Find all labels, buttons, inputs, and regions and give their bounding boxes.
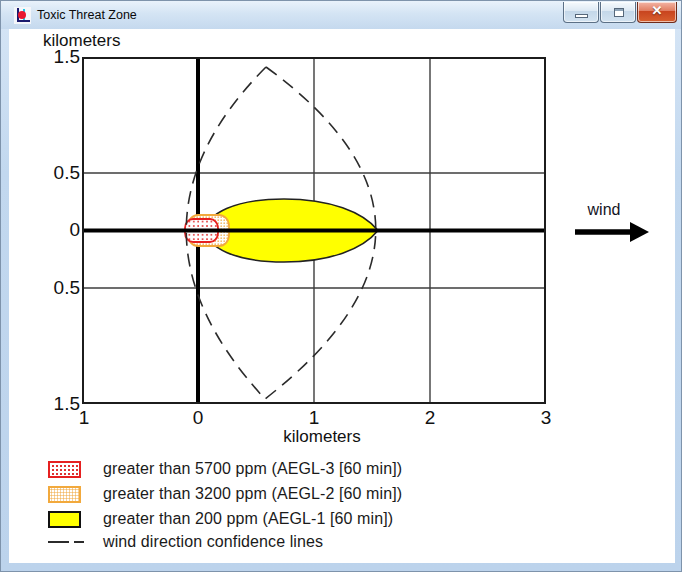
threat-zone-plot [82,57,546,404]
window-minimize-icon [575,14,588,18]
toxic-threat-zone-window: Toxic Threat Zone ✕ kilometers [0,0,682,572]
x-tick-1: 1 [294,407,334,429]
legend-label: greater than 200 ppm (AEGL-1 [60 min]) [103,510,393,528]
legend-label: greater than 3200 ppm (AEGL-2 [60 min]) [103,485,402,503]
legend-item-aegl3: greater than 5700 ppm (AEGL-3 [60 min]) [48,457,402,481]
plot-canvas: kilometers [9,29,675,563]
x-tick-3: 3 [526,407,566,429]
legend-item-confidence-lines: wind direction confidence lines [48,530,323,554]
wind-arrow-icon [573,220,653,244]
dashed-line-swatch [48,534,94,551]
window-maximize-icon [614,8,624,17]
titlebar[interactable]: Toxic Threat Zone ✕ [1,1,681,29]
window-close-icon: ✕ [638,3,676,18]
legend-label: greater than 5700 ppm (AEGL-3 [60 min]) [103,460,402,478]
x-tick-2: 2 [410,407,450,429]
legend-label: wind direction confidence lines [103,533,323,551]
close-button[interactable]: ✕ [637,2,677,23]
x-tick-0: 0 [178,407,218,429]
y-tick-0: 0 [30,219,80,241]
x-axis-title: kilometers [242,427,402,447]
maximize-button[interactable] [600,2,636,23]
legend-item-aegl1: greater than 200 ppm (AEGL-1 [60 min]) [48,507,393,531]
wind-label: wind [574,201,634,219]
yellow-solid-swatch [48,511,81,528]
y-tick-0.5-top: 0.5 [30,162,80,184]
y-tick-1.5-top: 1.5 [30,46,80,68]
orange-dotted-swatch [48,486,81,503]
window-controls: ✕ [563,2,677,23]
window-title: Toxic Threat Zone [37,8,137,22]
x-tick-minus1: 1 [64,407,104,429]
y-tick-0.5-bottom: 0.5 [30,277,80,299]
red-dotted-swatch [48,461,81,478]
aloha-app-icon [14,7,31,24]
minimize-button[interactable] [563,2,599,23]
legend-item-aegl2: greater than 3200 ppm (AEGL-2 [60 min]) [48,482,402,506]
